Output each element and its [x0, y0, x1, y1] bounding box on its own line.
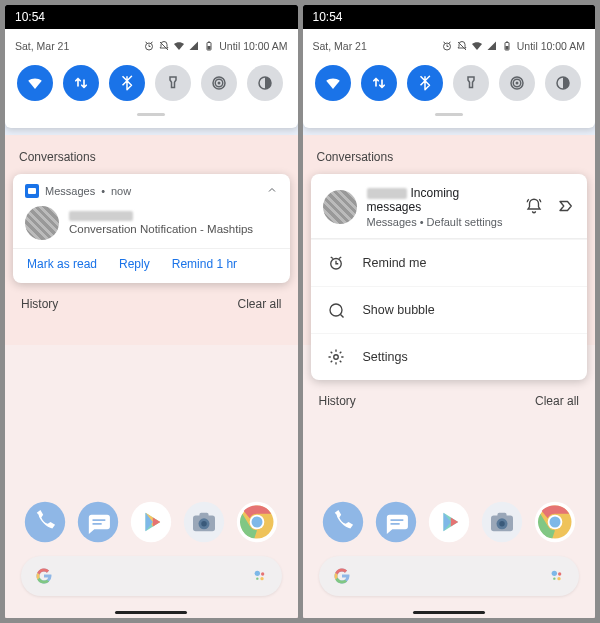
tile-flashlight[interactable] — [453, 65, 489, 101]
qs-until: Until 10:00 AM — [219, 40, 287, 52]
search-bar[interactable] — [319, 556, 580, 596]
status-icons — [143, 40, 215, 52]
svg-point-47 — [552, 571, 557, 576]
notification-options-card[interactable]: Incoming messages Messages • Default set… — [311, 174, 588, 380]
svg-point-28 — [515, 82, 518, 85]
qs-handle[interactable] — [137, 113, 165, 116]
dock-chrome-icon[interactable] — [533, 500, 577, 544]
clear-all-button[interactable]: Clear all — [535, 394, 579, 408]
search-bar[interactable] — [21, 556, 282, 596]
svg-rect-42 — [497, 513, 506, 518]
tile-flashlight[interactable] — [155, 65, 191, 101]
status-icons — [441, 40, 513, 52]
status-bar: 10:54 — [303, 5, 596, 29]
sender-name-redacted — [69, 211, 133, 221]
assistant-icon[interactable] — [549, 568, 565, 584]
alarm-icon — [143, 40, 155, 52]
tile-hotspot[interactable] — [201, 65, 237, 101]
alarm-icon — [327, 254, 345, 272]
status-time: 10:54 — [15, 10, 45, 24]
svg-point-34 — [333, 355, 338, 360]
dock — [5, 500, 298, 544]
section-conversations: Conversations — [5, 128, 298, 174]
wifi-status-icon — [173, 40, 185, 52]
svg-point-21 — [261, 572, 264, 575]
action-remind[interactable]: Remind 1 hr — [172, 257, 237, 271]
avatar — [25, 206, 59, 240]
section-history[interactable]: History — [21, 297, 58, 311]
svg-point-8 — [25, 502, 65, 542]
qs-date: Sat, Mar 21 — [313, 40, 367, 52]
dock-camera-icon[interactable] — [182, 500, 226, 544]
svg-point-48 — [558, 572, 561, 575]
svg-rect-26 — [506, 42, 508, 43]
dock — [303, 500, 596, 544]
alerting-icon[interactable] — [525, 197, 543, 218]
dock-play-icon[interactable] — [427, 500, 471, 544]
messages-app-icon — [25, 184, 39, 198]
google-g-icon — [35, 567, 53, 585]
tile-data[interactable] — [63, 65, 99, 101]
svg-point-22 — [260, 577, 263, 580]
svg-point-46 — [549, 517, 560, 528]
clear-all-button[interactable]: Clear all — [237, 297, 281, 311]
tile-data[interactable] — [361, 65, 397, 101]
svg-point-33 — [330, 304, 342, 316]
tile-invert[interactable] — [545, 65, 581, 101]
notification-body: Conversation Notification - Mashtips — [69, 223, 253, 235]
signal-icon — [188, 40, 200, 52]
quick-settings-panel[interactable]: Sat, Mar 21 Until 10:00 AM — [5, 29, 298, 128]
dock-messages-icon[interactable] — [374, 500, 418, 544]
dock-chrome-icon[interactable] — [235, 500, 279, 544]
qs-date: Sat, Mar 21 — [15, 40, 69, 52]
priority-icon[interactable] — [557, 197, 575, 218]
tile-wifi[interactable] — [315, 65, 351, 101]
dock-camera-icon[interactable] — [480, 500, 524, 544]
quick-settings-panel[interactable]: Sat, Mar 21 Until 10:00 AM — [303, 29, 596, 128]
battery-icon — [203, 40, 215, 52]
nav-handle[interactable] — [413, 611, 485, 614]
svg-rect-27 — [505, 46, 508, 50]
dock-messages-icon[interactable] — [76, 500, 120, 544]
svg-point-23 — [256, 577, 258, 579]
avatar — [323, 190, 357, 224]
dnd-icon — [158, 40, 170, 52]
option-remind-label: Remind me — [363, 256, 427, 270]
svg-point-19 — [252, 517, 263, 528]
status-bar: 10:54 — [5, 5, 298, 29]
gear-icon — [327, 348, 345, 366]
tile-invert[interactable] — [247, 65, 283, 101]
svg-point-49 — [557, 577, 560, 580]
qs-until: Until 10:00 AM — [517, 40, 585, 52]
assistant-icon[interactable] — [252, 568, 268, 584]
svg-point-35 — [323, 502, 363, 542]
dock-play-icon[interactable] — [129, 500, 173, 544]
svg-rect-3 — [208, 46, 211, 50]
nav-handle[interactable] — [115, 611, 187, 614]
option-settings[interactable]: Settings — [311, 333, 588, 380]
svg-point-14 — [201, 521, 207, 527]
notification-card[interactable]: Messages • now Conversation Notification… — [13, 174, 290, 283]
tile-bluetooth[interactable] — [109, 65, 145, 101]
action-reply[interactable]: Reply — [119, 257, 150, 271]
tile-hotspot[interactable] — [499, 65, 535, 101]
tile-bluetooth[interactable] — [407, 65, 443, 101]
sender-name-redacted — [367, 188, 407, 199]
section-history[interactable]: History — [319, 394, 356, 408]
collapse-icon[interactable] — [266, 184, 278, 198]
google-g-icon — [333, 567, 351, 585]
option-bubble[interactable]: Show bubble — [311, 286, 588, 333]
option-remind[interactable]: Remind me — [311, 239, 588, 286]
wifi-status-icon — [471, 40, 483, 52]
dock-phone-icon[interactable] — [23, 500, 67, 544]
svg-point-20 — [254, 571, 259, 576]
action-mark-read[interactable]: Mark as read — [27, 257, 97, 271]
dnd-icon — [456, 40, 468, 52]
svg-rect-15 — [200, 513, 209, 518]
bubble-icon — [327, 301, 345, 319]
qs-handle[interactable] — [435, 113, 463, 116]
section-conversations: Conversations — [303, 128, 596, 174]
dock-phone-icon[interactable] — [321, 500, 365, 544]
options-title: Incoming messages — [367, 186, 516, 214]
tile-wifi[interactable] — [17, 65, 53, 101]
